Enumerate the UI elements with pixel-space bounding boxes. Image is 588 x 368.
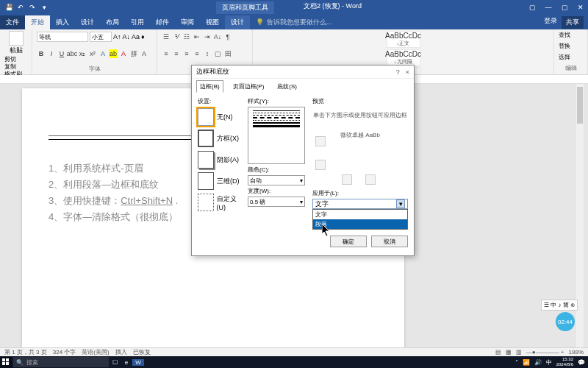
align-left-icon[interactable]: ≡ [162,49,171,58]
setting-3d[interactable]: 三维(D) [198,171,245,191]
undo-icon[interactable]: ↶ [16,3,25,12]
phonetic-icon[interactable]: 拼 [129,49,138,58]
highlight-icon[interactable]: ab [109,49,118,58]
ok-button[interactable]: 确定 [330,236,367,247]
scrollbar-thumb[interactable] [577,87,583,124]
zoom-slider[interactable]: —●———— + [526,349,564,355]
justify-icon[interactable]: ≡ [193,49,201,58]
close-icon[interactable]: ✕ [573,4,588,11]
word-taskbar-icon[interactable]: W [132,359,144,366]
clear-format-icon[interactable]: ♦ [141,33,145,40]
tab-home[interactable]: 开始 [25,15,50,29]
border-left-toggle[interactable] [342,174,352,185]
shrink-font-icon[interactable]: A↓ [123,33,131,40]
find-button[interactable]: 查找 [559,31,583,40]
underline-icon[interactable]: U [57,49,66,58]
paste-button[interactable]: 粘贴 [4,31,27,55]
border-top-toggle[interactable] [315,136,326,146]
char-border-icon[interactable]: A [140,49,148,58]
redo-icon[interactable]: ↷ [28,3,37,12]
italic-icon[interactable]: I [47,49,56,58]
align-center-icon[interactable]: ≡ [172,49,181,58]
login-link[interactable]: 登录 [544,16,557,29]
cancel-button[interactable]: 取消 [371,236,408,247]
qat-more-icon[interactable]: ▾ [40,3,49,12]
apply-opt-paragraph[interactable]: 段落 [313,219,407,229]
copy-button[interactable]: 复制 [4,63,27,71]
tray-network-icon[interactable]: 📶 [523,359,530,366]
dialog-close-icon[interactable]: × [406,68,409,76]
share-button[interactable]: 共享 [562,16,584,29]
tab-insert[interactable]: 插入 [50,15,75,29]
style-nospacing[interactable]: AaBbCcDc↓无间隔 [387,49,420,66]
dialog-tab-border[interactable]: 边框(B) [196,80,223,93]
dialog-tab-shading[interactable]: 底纹(S) [273,80,301,93]
change-case-icon[interactable]: Aa [132,33,140,40]
tell-me-input[interactable]: 告诉我您想要做什么... [267,18,332,27]
setting-shadow[interactable]: 阴影(A) [198,150,245,169]
border-right-toggle[interactable] [365,174,376,185]
subscript-icon[interactable]: x₂ [78,49,87,58]
dialog-help-icon[interactable]: ? [396,68,400,76]
borders-icon[interactable]: 田 [223,49,232,58]
superscript-icon[interactable]: x² [88,49,97,58]
show-marks-icon[interactable]: ¶ [223,32,232,41]
tray-volume-icon[interactable]: 🔊 [534,359,542,366]
apply-opt-text[interactable]: 文字 [313,210,407,219]
text-effects-icon[interactable]: A [98,49,107,58]
sort-icon[interactable]: A↓ [213,32,222,41]
view-print-icon[interactable]: ▤ [495,349,501,355]
tab-layout[interactable]: 布局 [100,15,125,29]
replace-button[interactable]: 替换 [559,42,583,51]
line-style-list[interactable] [248,107,305,164]
setting-box[interactable]: 方框(X) [198,129,245,148]
save-icon[interactable]: 💾 [4,3,13,12]
edge-icon[interactable]: e [121,359,132,366]
tab-file[interactable]: 文件 [0,15,25,29]
grow-font-icon[interactable]: A↑ [113,33,121,40]
minimize-icon[interactable]: — [541,4,556,11]
align-right-icon[interactable]: ≡ [182,49,191,58]
tray-up-icon[interactable]: ˄ [515,359,518,366]
tab-mailings[interactable]: 邮件 [150,15,175,29]
font-name-combo[interactable]: 等线 [37,32,88,42]
notifications-icon[interactable]: 💬 [578,359,585,366]
ribbon-options-icon[interactable]: ▢ [525,4,539,11]
bullets-icon[interactable]: ☰ [162,32,171,41]
color-combo[interactable]: 自动▾ [248,175,305,185]
dialog-tab-page-border[interactable]: 页面边框(P) [229,80,268,93]
decrease-indent-icon[interactable]: ⇤ [193,32,201,41]
taskbar-search[interactable]: 🔍搜索 [13,357,109,367]
font-size-combo[interactable]: 小五 [90,32,112,42]
select-button[interactable]: 选择 [559,53,583,62]
setting-none[interactable]: 无(N) [198,107,245,127]
increase-indent-icon[interactable]: ⇥ [203,32,212,41]
zoom-level[interactable]: 188% [569,349,584,355]
task-view-icon[interactable]: ☐ [109,359,121,366]
multilevel-icon[interactable]: ☷ [182,32,191,41]
tab-references[interactable]: 引用 [125,15,150,29]
maximize-icon[interactable]: ▢ [557,4,572,11]
tab-review[interactable]: 审阅 [175,15,200,29]
border-bottom-toggle[interactable] [315,160,326,170]
view-read-icon[interactable]: ▦ [506,349,512,355]
bold-icon[interactable]: B [37,49,46,58]
taskbar-clock[interactable]: 15:32 2024/8/6 [556,357,573,367]
numbering-icon[interactable]: ⅟ [172,32,181,41]
start-button[interactable] [0,356,12,368]
tab-design[interactable]: 设计 [75,15,100,29]
tab-view[interactable]: 视图 [200,15,225,29]
line-spacing-icon[interactable]: ↕ [203,49,212,58]
shading-icon[interactable]: ▢ [213,49,222,58]
view-web-icon[interactable]: ▥ [516,349,522,355]
ime-toolbar[interactable]: ☰中 ♪ 简 ⊕ [541,300,578,311]
status-left[interactable]: 第 1 页，共 3 页 324 个字 英语(美国) 插入 已恢复 [4,348,151,356]
cut-button[interactable]: 剪切 [4,56,27,63]
tab-context-design[interactable]: 设计 [225,15,250,29]
font-color-icon[interactable]: A [119,49,128,58]
width-combo[interactable]: 0.5 磅▾ [248,197,305,207]
tray-ime-icon[interactable]: 中 [546,358,552,367]
style-normal[interactable]: AaBbCcDc↓正文 [387,31,420,48]
apply-to-combo[interactable]: 文字▾ [312,199,408,209]
setting-custom[interactable]: 自定义(U) [198,193,245,212]
